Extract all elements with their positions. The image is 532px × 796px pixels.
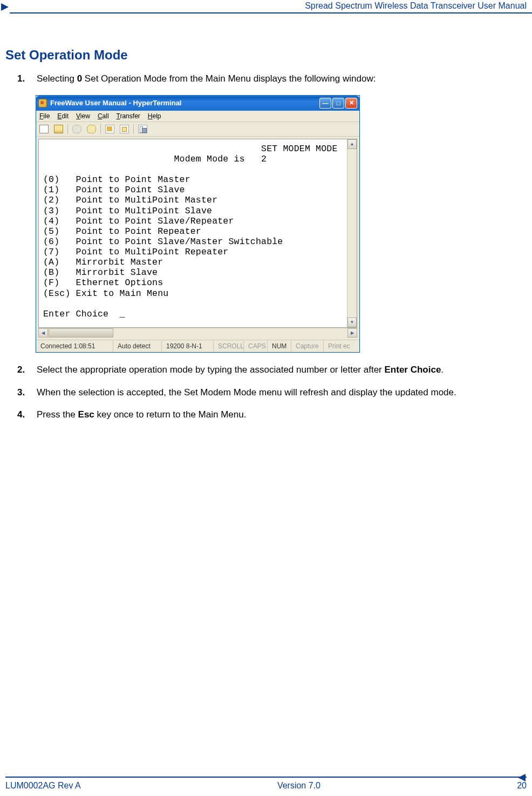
option-5: (5) Point to Point Repeater [43,226,201,237]
menu-help[interactable]: Help [148,112,161,120]
step-number: 3. [17,386,37,399]
close-button[interactable]: ✕ [345,98,357,109]
step-text: Selecting 0 Set Operation Mode from the … [37,72,527,85]
status-print: Print ec [324,340,359,352]
option-3: (3) Point to MultiPoint Slave [43,206,212,216]
menu-view[interactable]: View [76,112,90,120]
hyperterminal-window: FreeWave User Manual - HyperTerminal — □… [36,95,360,353]
footer-rule [5,777,527,778]
statusbar: Connected 1:08:51 Auto detect 19200 8-N-… [36,340,359,352]
option-B: (B) Mirrorbit Slave [43,267,158,278]
toolbar-separator [67,124,68,134]
menu-call[interactable]: Call [98,112,109,120]
app-icon [38,99,47,107]
step-text: Press the Esc key once to return to the … [37,408,527,421]
horizontal-scrollbar[interactable]: ◀ ▶ [38,328,357,338]
menu-transfer[interactable]: Transfer [117,112,140,120]
page-footer: LUM0002AG Rev A Version 7.0 20 [0,777,532,791]
step-number: 1. [17,72,37,85]
terminal-content[interactable]: SET MODEM MODE Modem Mode is 2 (0) Point… [39,139,347,327]
toolbar-separator [133,124,134,134]
option-6: (6) Point to Point Slave/Master Switchab… [43,237,283,247]
scroll-down-icon[interactable]: ▼ [347,318,357,327]
step-3: 3. When the selection is accepted, the S… [5,386,527,399]
scroll-track[interactable] [114,328,347,338]
header-arrow-icon [1,3,9,11]
option-7: (7) Point to MultiPoint Repeater [43,247,228,257]
option-A: (A) Mirrorbit Master [43,257,163,267]
properties-icon[interactable] [138,125,147,133]
option-1: (1) Point to Point Slave [43,185,185,195]
step-1: 1. Selecting 0 Set Operation Mode from t… [5,72,527,85]
header-rule [10,12,532,14]
vertical-scrollbar[interactable]: ▲ ▼ [347,139,357,327]
step-2: 2. Select the appropriate operation mode… [5,363,527,376]
footer-center: Version 7.0 [277,781,320,791]
screenshot-container: FreeWave User Manual - HyperTerminal — □… [36,95,360,353]
status-connected: Connected 1:08:51 [36,340,113,352]
scroll-thumb[interactable] [49,328,113,338]
status-detect: Auto detect [113,340,162,352]
prompt: Enter Choice _ [43,309,125,319]
header-title: Spread Spectrum Wireless Data Transceive… [304,1,528,11]
status-scroll: SCROLL [214,340,244,352]
steps-list-cont: 2. Select the appropriate operation mode… [5,363,527,421]
scroll-right-icon[interactable]: ▶ [347,328,357,338]
section-heading: Set Operation Mode [5,48,527,63]
option-4: (4) Point to Point Slave/Repeater [43,216,234,226]
scroll-up-icon[interactable]: ▲ [347,139,357,149]
maximize-button[interactable]: □ [332,98,344,109]
status-baud: 19200 8-N-1 [162,340,214,352]
status-num: NUM [268,340,291,352]
scroll-track[interactable] [347,149,357,318]
option-esc: (Esc) Exit to Main Menu [43,288,168,299]
window-buttons: — □ ✕ [319,98,357,109]
open-icon[interactable] [54,125,63,133]
terminal-frame: SET MODEM MODE Modem Mode is 2 (0) Point… [36,137,359,340]
window-title: FreeWave User Manual - HyperTerminal [50,99,319,107]
menubar: File Edit View Call Transfer Help [36,111,359,122]
footer-left: LUM0002AG Rev A [5,781,81,791]
status-caps: CAPS [244,340,268,352]
disconnect-icon[interactable] [87,125,96,133]
step-text: When the selection is accepted, the Set … [37,386,527,399]
call-icon[interactable] [72,125,81,133]
terminal-area: SET MODEM MODE Modem Mode is 2 (0) Point… [38,139,357,328]
option-0: (0) Point to Point Master [43,174,190,185]
step-4: 4. Press the Esc key once to return to t… [5,408,527,421]
new-icon[interactable] [39,125,49,133]
step-text: Select the appropriate operation mode by… [37,363,527,376]
page-header: Spread Spectrum Wireless Data Transceive… [0,0,532,15]
send-icon[interactable] [105,125,114,133]
menu-file[interactable]: File [39,112,50,120]
toolbar-separator [100,124,101,134]
minimize-button[interactable]: — [319,98,331,109]
option-2: (2) Point to MultiPoint Master [43,195,217,205]
steps-list: 1. Selecting 0 Set Operation Mode from t… [5,72,527,85]
step-number: 4. [17,408,37,421]
window-titlebar[interactable]: FreeWave User Manual - HyperTerminal — □… [36,96,359,111]
receive-icon[interactable] [120,125,129,133]
toolbar [36,122,359,137]
footer-arrow-icon [518,774,526,781]
menu-edit[interactable]: Edit [57,112,69,120]
option-F: (F) Ethernet Options [43,278,163,288]
step-number: 2. [17,363,37,376]
footer-right: 20 [517,781,527,791]
page-content: Set Operation Mode 1. Selecting 0 Set Op… [0,15,532,421]
scroll-left-icon[interactable]: ◀ [38,328,48,338]
status-capture: Capture [291,340,324,352]
